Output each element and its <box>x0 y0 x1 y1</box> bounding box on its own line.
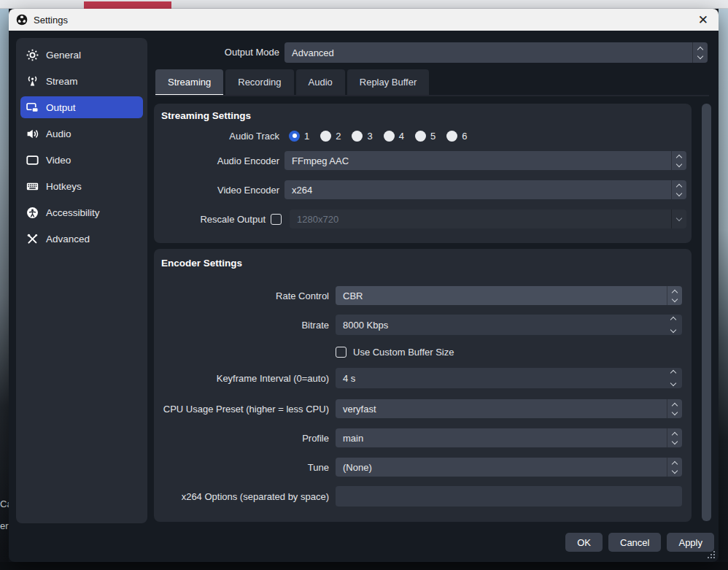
audio-track-radio-5[interactable]: 5 <box>415 131 435 142</box>
audio-encoder-label: Audio Encoder <box>154 155 279 166</box>
radio-label: 2 <box>336 131 341 142</box>
keyframe-interval-spinbox[interactable]: 4 s <box>336 368 682 388</box>
audio-track-label: Audio Track <box>154 131 279 142</box>
cancel-button[interactable]: Cancel <box>608 533 661 552</box>
keyframe-interval-label: Keyframe Interval (0=auto) <box>154 373 329 384</box>
section-title: Encoder Settings <box>161 258 242 269</box>
output-mode-select[interactable]: Advanced <box>284 42 708 63</box>
settings-dialog: Settings ✕ GeneralStreamOutputAudioVideo… <box>9 9 719 562</box>
sidebar-item-advanced[interactable]: Advanced <box>20 228 143 250</box>
bitrate-label: Bitrate <box>154 320 329 331</box>
scrollbar-handle[interactable] <box>702 104 711 521</box>
rescale-output-checkbox[interactable] <box>271 214 282 225</box>
sidebar-item-label: Stream <box>46 76 78 87</box>
gear-icon <box>26 49 39 61</box>
video-encoder-select[interactable]: x264 <box>284 180 686 199</box>
audio-track-radio-6[interactable]: 6 <box>446 131 467 142</box>
radio-label: 3 <box>367 131 372 142</box>
sidebar-item-label: Hotkeys <box>46 181 82 192</box>
use-custom-buffer-checkbox[interactable] <box>336 347 346 358</box>
tab-baseline <box>155 95 709 96</box>
tab-replay-buffer[interactable]: Replay Buffer <box>347 69 430 96</box>
apply-button[interactable]: Apply <box>667 533 714 552</box>
accessibility-icon <box>26 207 39 219</box>
radio-icon[interactable] <box>289 131 300 142</box>
hotkeys-icon <box>26 180 39 193</box>
background-window-red-bar <box>84 1 171 9</box>
chevron-updown-icon[interactable] <box>667 399 682 418</box>
spin-arrows-icon[interactable] <box>671 371 675 385</box>
resize-grip[interactable] <box>708 551 715 558</box>
audio-icon <box>26 128 39 140</box>
streaming-settings-card: Streaming Settings Audio Track 123456 Au… <box>154 104 692 243</box>
rescale-output-label: Rescale Output <box>154 214 266 225</box>
vertical-scrollbar[interactable] <box>702 104 711 521</box>
desktop-right-strip <box>719 9 728 562</box>
radio-label: 1 <box>304 131 309 142</box>
tab-audio[interactable]: Audio <box>296 69 345 96</box>
tune-select[interactable]: (None) <box>336 458 682 477</box>
dialog-title: Settings <box>34 15 68 26</box>
encoder-settings-card: Encoder Settings Rate Control CBR Bitrat… <box>154 249 692 522</box>
sidebar-item-label: General <box>46 50 81 61</box>
sidebar-item-accessibility[interactable]: Accessibility <box>20 201 143 223</box>
x264-options-input[interactable] <box>336 486 682 507</box>
chevron-updown-icon[interactable] <box>671 151 686 170</box>
sidebar-item-label: Accessibility <box>46 207 100 218</box>
rescale-resolution-select: 1280x720 <box>290 209 686 228</box>
sidebar-item-stream[interactable]: Stream <box>20 70 143 92</box>
radio-icon[interactable] <box>320 131 331 142</box>
section-title: Streaming Settings <box>161 110 251 121</box>
video-encoder-label: Video Encoder <box>154 185 279 196</box>
settings-sidebar: GeneralStreamOutputAudioVideoHotkeysAcce… <box>16 38 147 523</box>
audio-track-radio-1[interactable]: 1 <box>289 131 309 142</box>
use-custom-buffer-label: Use Custom Buffer Size <box>353 347 454 358</box>
output-mode-label: Output Mode <box>118 42 279 63</box>
audio-track-radio-3[interactable]: 3 <box>352 131 372 142</box>
profile-select[interactable]: main <box>336 428 682 447</box>
radio-label: 4 <box>399 131 404 142</box>
audio-track-radio-4[interactable]: 4 <box>384 131 404 142</box>
background-text-fragment: er <box>0 520 9 531</box>
chevron-updown-icon[interactable] <box>667 428 682 447</box>
rate-control-label: Rate Control <box>154 290 329 301</box>
tab-streaming[interactable]: Streaming <box>155 69 223 96</box>
audio-encoder-select[interactable]: FFmpeg AAC <box>284 151 686 170</box>
chevron-down-icon <box>671 209 686 228</box>
sidebar-item-audio[interactable]: Audio <box>20 123 143 145</box>
dialog-body: GeneralStreamOutputAudioVideoHotkeysAcce… <box>9 31 719 562</box>
radio-icon[interactable] <box>384 131 395 142</box>
cpu-preset-select[interactable]: veryfast <box>336 399 682 418</box>
profile-label: Profile <box>154 433 329 444</box>
chevron-updown-icon[interactable] <box>671 180 686 199</box>
spin-arrows-icon[interactable] <box>671 317 675 332</box>
desktop-bottom-strip <box>0 562 728 570</box>
rate-control-select[interactable]: CBR <box>336 286 682 305</box>
radio-icon[interactable] <box>446 131 457 142</box>
chevron-updown-icon[interactable] <box>692 42 708 63</box>
radio-icon[interactable] <box>415 131 426 142</box>
ok-button[interactable]: OK <box>565 533 603 552</box>
tab-recording[interactable]: Recording <box>225 69 293 96</box>
audio-track-radio-group: 123456 <box>289 131 467 142</box>
desktop-left-strip: Ca er <box>0 9 9 562</box>
radio-label: 5 <box>430 131 435 142</box>
x264-options-label: x264 Options (separated by space) <box>154 491 329 502</box>
titlebar[interactable]: Settings ✕ <box>9 9 719 31</box>
stream-icon <box>26 75 39 88</box>
sidebar-item-video[interactable]: Video <box>20 149 143 171</box>
sidebar-item-output[interactable]: Output <box>20 96 143 118</box>
bitrate-spinbox[interactable]: 8000 Kbps <box>336 315 682 335</box>
close-icon[interactable]: ✕ <box>698 9 708 31</box>
chevron-updown-icon[interactable] <box>667 286 682 305</box>
radio-label: 6 <box>462 131 467 142</box>
sidebar-item-label: Advanced <box>46 234 90 244</box>
sidebar-item-label: Video <box>46 155 71 166</box>
radio-icon[interactable] <box>352 131 363 142</box>
advanced-icon <box>26 233 39 245</box>
output-icon <box>26 101 39 114</box>
chevron-updown-icon[interactable] <box>667 458 682 477</box>
sidebar-item-hotkeys[interactable]: Hotkeys <box>20 175 143 197</box>
video-icon <box>26 154 39 166</box>
audio-track-radio-2[interactable]: 2 <box>320 131 341 142</box>
